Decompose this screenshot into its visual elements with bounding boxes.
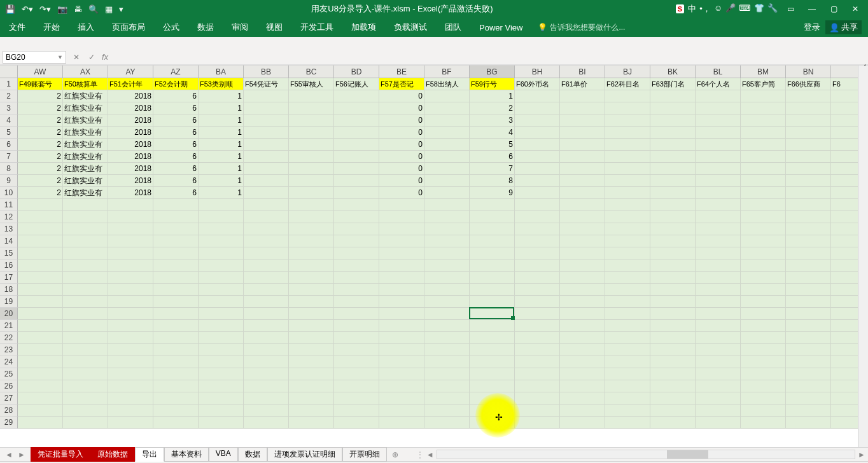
- cell[interactable]: [424, 308, 470, 320]
- cell[interactable]: [334, 380, 379, 392]
- cell[interactable]: [515, 296, 560, 308]
- cell[interactable]: [470, 332, 515, 344]
- row-header[interactable]: 5: [0, 127, 18, 139]
- cell[interactable]: [334, 199, 379, 211]
- cell[interactable]: [605, 247, 650, 259]
- cell[interactable]: [108, 392, 153, 404]
- cell[interactable]: [334, 332, 379, 344]
- cell[interactable]: [605, 368, 650, 380]
- cell[interactable]: [650, 308, 696, 320]
- cell[interactable]: [334, 127, 379, 139]
- cell[interactable]: [63, 344, 108, 356]
- cell[interactable]: [605, 272, 650, 284]
- cell[interactable]: [560, 151, 605, 163]
- cell[interactable]: [696, 199, 741, 211]
- cell[interactable]: 2: [470, 102, 515, 114]
- cell[interactable]: [741, 127, 786, 139]
- cell[interactable]: [63, 272, 108, 284]
- cell[interactable]: [560, 332, 605, 344]
- cell[interactable]: [515, 272, 560, 284]
- cell[interactable]: [560, 380, 605, 392]
- cell[interactable]: [334, 102, 379, 114]
- cell[interactable]: [560, 139, 605, 151]
- cell[interactable]: [334, 247, 379, 259]
- cell[interactable]: [605, 380, 650, 392]
- enter-icon[interactable]: ✓: [84, 53, 99, 62]
- cell[interactable]: [515, 356, 560, 368]
- cell[interactable]: [650, 211, 696, 223]
- col-header-BH[interactable]: BH: [515, 66, 560, 78]
- cell[interactable]: [786, 272, 831, 284]
- cell[interactable]: [515, 417, 560, 429]
- cell[interactable]: [470, 392, 515, 404]
- cell[interactable]: [289, 211, 334, 223]
- cell[interactable]: [289, 284, 334, 296]
- row-header[interactable]: 24: [0, 356, 18, 368]
- cell[interactable]: [199, 235, 244, 247]
- cell[interactable]: [379, 259, 424, 272]
- hscroll-separator[interactable]: ⋮: [416, 450, 424, 459]
- cell[interactable]: [424, 356, 470, 368]
- row-header[interactable]: 20: [0, 308, 18, 320]
- cell[interactable]: [244, 392, 289, 404]
- cell[interactable]: [741, 417, 786, 429]
- cell[interactable]: [379, 344, 424, 356]
- cell[interactable]: [334, 163, 379, 175]
- row-header[interactable]: 26: [0, 380, 18, 392]
- cell[interactable]: [289, 272, 334, 284]
- cell[interactable]: [289, 356, 334, 368]
- cell[interactable]: [741, 308, 786, 320]
- undo-icon[interactable]: ↶▾: [22, 4, 33, 14]
- cell[interactable]: [18, 404, 63, 417]
- cell[interactable]: [244, 417, 289, 429]
- cell[interactable]: [334, 259, 379, 272]
- row-header[interactable]: 21: [0, 320, 18, 332]
- cell[interactable]: [470, 344, 515, 356]
- row-header[interactable]: 17: [0, 272, 18, 284]
- cell[interactable]: [515, 284, 560, 296]
- cell[interactable]: 2: [18, 139, 63, 151]
- cell[interactable]: [786, 114, 831, 127]
- cell[interactable]: [153, 308, 199, 320]
- cell[interactable]: [424, 417, 470, 429]
- cell[interactable]: 2018: [108, 127, 153, 139]
- cell[interactable]: [18, 417, 63, 429]
- cell[interactable]: [560, 235, 605, 247]
- cell[interactable]: [424, 259, 470, 272]
- cell[interactable]: [470, 199, 515, 211]
- cell[interactable]: [650, 90, 696, 102]
- cell[interactable]: [379, 332, 424, 344]
- cell[interactable]: 0: [379, 163, 424, 175]
- cell[interactable]: [199, 284, 244, 296]
- cell[interactable]: 红旗实业有: [63, 187, 108, 199]
- row-header[interactable]: 22: [0, 332, 18, 344]
- cell[interactable]: [244, 344, 289, 356]
- hscroll-left-icon[interactable]: ◄: [424, 450, 437, 459]
- cell[interactable]: [153, 404, 199, 417]
- cell[interactable]: [786, 211, 831, 223]
- cell[interactable]: [334, 368, 379, 380]
- cell[interactable]: [741, 392, 786, 404]
- cell[interactable]: [786, 284, 831, 296]
- col-header-BC[interactable]: BC: [289, 66, 334, 78]
- cell[interactable]: [18, 392, 63, 404]
- cell[interactable]: 7: [470, 163, 515, 175]
- cell[interactable]: [424, 151, 470, 163]
- cell[interactable]: [424, 344, 470, 356]
- cell[interactable]: [63, 368, 108, 380]
- cell[interactable]: 1: [470, 90, 515, 102]
- row-header[interactable]: 25: [0, 368, 18, 380]
- cell[interactable]: [515, 199, 560, 211]
- cell[interactable]: [515, 332, 560, 344]
- cell[interactable]: [650, 139, 696, 151]
- cell[interactable]: 9: [470, 187, 515, 199]
- cell[interactable]: [244, 90, 289, 102]
- cell[interactable]: [696, 139, 741, 151]
- row-header[interactable]: 12: [0, 211, 18, 223]
- cell[interactable]: [650, 380, 696, 392]
- cell[interactable]: 1: [199, 90, 244, 102]
- cell[interactable]: [108, 308, 153, 320]
- cell[interactable]: [605, 199, 650, 211]
- cell[interactable]: [605, 211, 650, 223]
- sheet-tab[interactable]: 凭证批量导入: [31, 447, 90, 462]
